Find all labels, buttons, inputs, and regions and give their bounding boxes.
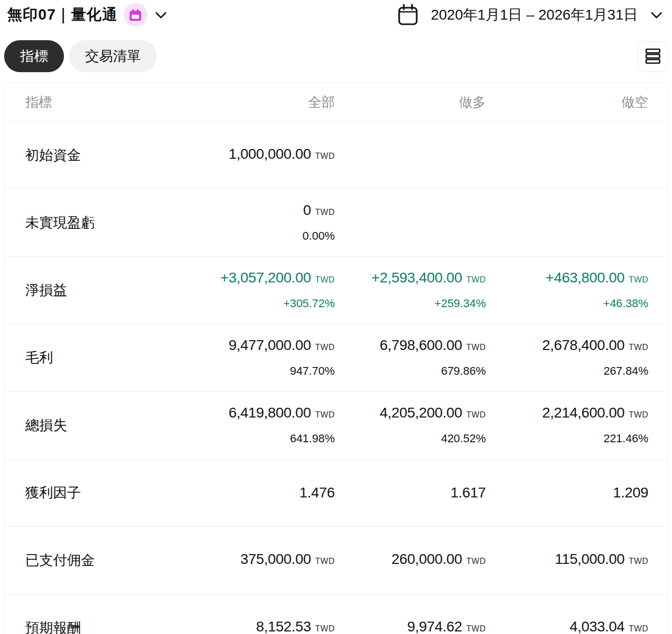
table-row: 已支付佣金 375,000.00TWD 260,000.00TWD 115,00… <box>5 526 667 594</box>
value-unit: TWD <box>629 268 648 292</box>
value-number: +2,593,400.00 <box>371 265 462 290</box>
value-number: 4,205,200.00 <box>380 401 462 425</box>
column-header-metric: 指標 <box>25 93 149 111</box>
value-unit: TWD <box>629 335 648 360</box>
value-number: 9,477,000.00 <box>228 333 311 358</box>
table-row: 未實現盈虧 0TWD 0.00% <box>5 189 667 256</box>
column-header-short: 做空 <box>486 93 648 111</box>
value-unit: TWD <box>466 403 486 427</box>
metric-label: 已支付佣金 <box>25 551 149 570</box>
calendar-badge <box>124 3 147 27</box>
value-number: 6,798,600.00 <box>380 333 462 358</box>
table-row: 總損失 6,419,800.00TWD 641.98% 4,205,200.00… <box>5 391 667 459</box>
metric-value-short <box>486 189 648 256</box>
metric-value-short: +463,800.00TWD +46.38% <box>486 257 648 324</box>
table-body: 初始資金 1,000,000.00TWD 未實現盈虧 0TWD 0.00% 淨損… <box>5 121 667 634</box>
value-percent: 267.84% <box>603 360 648 382</box>
metric-label: 未實現盈虧 <box>25 213 149 232</box>
value-unit: TWD <box>466 549 486 574</box>
metric-label: 毛利 <box>25 348 149 367</box>
value-number: 1.209 <box>613 480 648 505</box>
column-header-long: 做多 <box>335 93 486 111</box>
value-number: 1,000,000.00 <box>228 142 311 166</box>
metric-value-all: 375,000.00TWD <box>149 527 335 594</box>
metric-value-all: 1.476 <box>149 459 335 526</box>
metric-label: 淨損益 <box>25 281 149 299</box>
rows-icon <box>643 46 663 66</box>
metric-value-all: 8,152.53TWD <box>149 594 335 634</box>
value-number: 260,000.00 <box>391 547 462 572</box>
value-number: +3,057,200.00 <box>220 265 311 290</box>
value-percent: 420.52% <box>441 427 486 450</box>
table-row: 淨損益 +3,057,200.00TWD +305.72% +2,593,400… <box>5 256 667 324</box>
value-unit: TWD <box>629 403 648 427</box>
value-number: 8,152.53 <box>256 614 311 634</box>
value-number: 375,000.00 <box>240 547 311 572</box>
page-title: 無印07｜量化通 <box>7 5 118 25</box>
metric-value-long: 9,974.62TWD <box>335 594 486 634</box>
value-unit: TWD <box>466 616 486 634</box>
value-percent: +305.72% <box>283 292 335 315</box>
date-range-picker[interactable]: 2020年1月1日 – 2026年1月31日 <box>397 3 665 27</box>
value-number: 9,974.62 <box>407 614 462 634</box>
strategy-title-dropdown[interactable]: 無印07｜量化通 <box>7 3 167 27</box>
value-number: 1.617 <box>450 480 486 505</box>
metric-value-all: 9,477,000.00TWD 947.70% <box>149 324 335 391</box>
metric-value-long: 4,205,200.00TWD 420.52% <box>335 392 486 459</box>
value-unit: TWD <box>629 616 648 634</box>
chevron-down-icon <box>650 11 663 19</box>
metric-value-long <box>335 122 486 189</box>
value-number: 0 <box>303 198 311 223</box>
table-header-row: 指標 全部 做多 做空 <box>5 83 667 121</box>
metric-value-long <box>335 189 486 256</box>
value-unit: TWD <box>315 403 335 427</box>
value-percent: 0.00% <box>303 225 335 247</box>
value-number: 2,214,600.00 <box>542 401 625 425</box>
metric-value-long: 1.617 <box>335 459 486 526</box>
metric-value-short: 2,678,400.00TWD 267.84% <box>486 324 648 391</box>
value-unit: TWD <box>315 144 335 169</box>
table-row: 預期報酬 8,152.53TWD 9,974.62TWD 4,033.04TWD <box>5 594 667 634</box>
calendar-icon <box>128 8 142 22</box>
metric-value-all: 0TWD 0.00% <box>149 189 335 256</box>
value-unit: TWD <box>315 335 335 360</box>
metric-value-short: 1.209 <box>486 459 648 526</box>
metric-label: 預期報酬 <box>25 619 149 634</box>
table-row: 初始資金 1,000,000.00TWD <box>5 121 667 189</box>
calendar-icon <box>397 3 419 27</box>
chevron-down-icon <box>155 11 167 19</box>
column-header-all: 全部 <box>149 93 335 111</box>
metric-value-long: 260,000.00TWD <box>335 527 486 594</box>
value-percent: +259.34% <box>434 292 486 315</box>
metric-value-long: +2,593,400.00TWD +259.34% <box>335 257 486 324</box>
value-number: 1.476 <box>299 480 335 505</box>
value-percent: 947.70% <box>290 360 335 382</box>
value-number: 2,678,400.00 <box>542 333 625 358</box>
value-unit: TWD <box>466 268 486 292</box>
view-toggle-button[interactable] <box>638 41 668 72</box>
date-range-text: 2020年1月1日 – 2026年1月31日 <box>431 5 638 25</box>
value-unit: TWD <box>315 549 335 574</box>
value-number: 6,419,800.00 <box>228 401 311 425</box>
metric-label: 總損失 <box>25 416 149 435</box>
value-number: +463,800.00 <box>546 265 625 290</box>
table-row: 獲利因子 1.476 1.617 1.209 <box>5 459 667 526</box>
metric-value-short: 115,000.00TWD <box>486 527 648 594</box>
value-unit: TWD <box>466 335 486 360</box>
value-unit: TWD <box>629 549 648 574</box>
tabs: 指標 交易清單 <box>4 40 157 72</box>
metric-value-all: +3,057,200.00TWD +305.72% <box>149 257 335 324</box>
tab-metrics[interactable]: 指標 <box>4 40 64 72</box>
value-percent: 679.86% <box>441 360 486 382</box>
metrics-table: 指標 全部 做多 做空 初始資金 1,000,000.00TWD 未實現盈虧 0… <box>4 82 668 634</box>
table-row: 毛利 9,477,000.00TWD 947.70% 6,798,600.00T… <box>5 324 667 391</box>
metric-value-short: 4,033.04TWD <box>486 594 648 634</box>
tabs-row: 指標 交易清單 <box>0 40 672 72</box>
value-number: 4,033.04 <box>569 614 625 634</box>
metric-label: 初始資金 <box>25 146 149 164</box>
value-percent: +46.38% <box>603 292 648 315</box>
value-percent: 221.46% <box>603 427 648 450</box>
value-number: 115,000.00 <box>555 547 625 572</box>
tab-trade-list[interactable]: 交易清單 <box>69 40 157 72</box>
value-unit: TWD <box>315 616 335 634</box>
